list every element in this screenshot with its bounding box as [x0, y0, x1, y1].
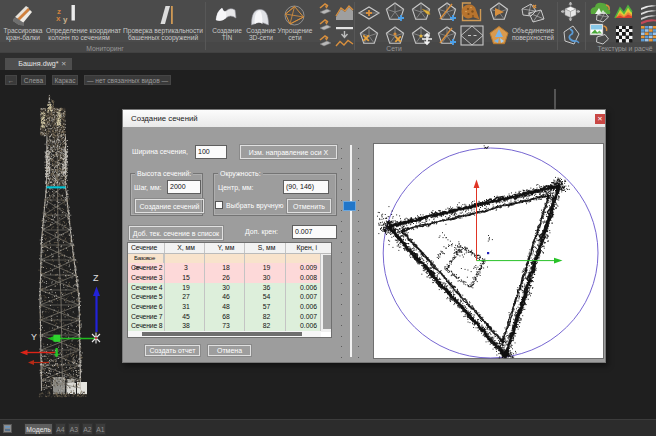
svg-text:Z: Z: [93, 273, 99, 283]
svg-text:Y: Y: [31, 332, 37, 342]
svg-text:x: x: [56, 14, 61, 23]
svg-text:y: y: [63, 15, 68, 24]
